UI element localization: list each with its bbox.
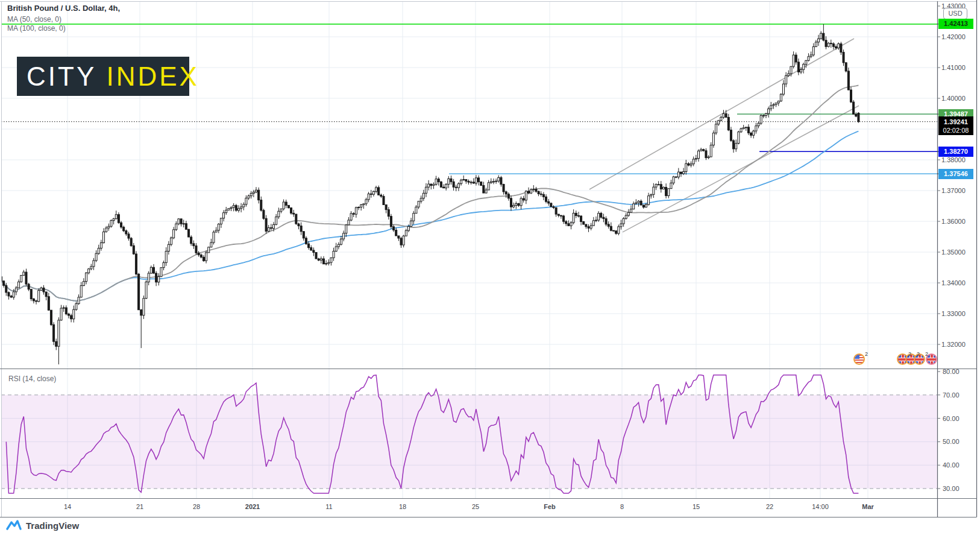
event-count-badge: 2 <box>925 351 928 357</box>
price-tick-label: 1.32000 <box>941 341 966 348</box>
uk-flag-cross <box>915 358 924 361</box>
us-flag-canton <box>855 355 859 359</box>
rsi-tick-label: 60.00 <box>943 415 960 422</box>
rsi-indicator-label: RSI (14, close) <box>8 375 56 383</box>
price-tick-label: 1.35000 <box>941 248 966 256</box>
time-tick-label: 18 <box>399 503 406 510</box>
time-tick-label: 2021 <box>245 503 260 510</box>
ma50-line <box>1 86 858 301</box>
ma100-line <box>1 131 858 301</box>
price-level-label: 1.42413 <box>938 19 973 29</box>
time-tick-label: 8 <box>620 503 624 510</box>
time-tick-label: 14 <box>64 503 71 510</box>
price-tick-label: 1.42000 <box>941 33 966 40</box>
bar-countdown: 02:02:08 <box>938 126 973 134</box>
time-tick-label: Mar <box>862 503 874 510</box>
price-level-label: 1.38270 <box>938 147 973 157</box>
time-tick-label: 28 <box>193 503 200 510</box>
tradingview-logo-text: TradingView <box>26 521 79 531</box>
time-tick-label: 22 <box>766 503 773 510</box>
event-count-badge: 2 <box>917 351 920 357</box>
logo-index-text: INDEX <box>106 62 199 91</box>
event-count-badge: 2 <box>908 351 911 357</box>
time-tick-label: 14:00 <box>812 503 829 510</box>
tradingview-attribution[interactable]: TradingView <box>6 519 79 531</box>
time-tick-label: 11 <box>325 503 332 510</box>
time-tick-label: 21 <box>136 503 143 510</box>
rsi-tick-label: 70.00 <box>943 391 960 399</box>
time-tick-label: 25 <box>472 503 479 510</box>
price-level-label: 1.37546 <box>938 169 973 179</box>
us-event-flag-icon[interactable] <box>853 353 865 365</box>
time-tick-label: Feb <box>544 503 556 510</box>
rsi-tick-label: 50.00 <box>943 438 960 445</box>
rsi-tick-label: 80.00 <box>943 368 960 375</box>
price-level-lines[interactable] <box>1 24 937 174</box>
trading-chart-app: British Pound / U.S. Dollar, 4h, MA (50,… <box>0 0 980 538</box>
logo-city-text: CITY <box>27 62 96 91</box>
price-tick-label: 1.38000 <box>941 156 966 163</box>
current-price-label: 1.3924102:02:08 <box>938 116 973 135</box>
moving-averages <box>1 86 858 301</box>
time-tick-label: 15 <box>693 503 700 510</box>
city-index-logo: CITY INDEX <box>17 57 189 96</box>
uk-flag-cross <box>927 358 936 361</box>
price-tick-label: 1.41000 <box>941 64 966 71</box>
price-tick-label: 1.33000 <box>941 310 966 317</box>
rsi-tick-label: 40.00 <box>943 461 960 469</box>
price-tick-label: 1.36000 <box>941 218 966 225</box>
price-tick-label: 1.34000 <box>941 279 966 286</box>
currency-usd-button[interactable]: USD <box>943 8 967 19</box>
current-price-value: 1.39241 <box>938 118 973 126</box>
tradingview-logo-icon <box>6 519 22 531</box>
price-tick-label: 1.40000 <box>941 95 966 102</box>
event-count-badge: 2 <box>865 351 868 357</box>
price-tick-label: 1.37000 <box>941 187 966 194</box>
rsi-tick-label: 30.00 <box>943 485 960 492</box>
rsi-band <box>1 395 937 489</box>
